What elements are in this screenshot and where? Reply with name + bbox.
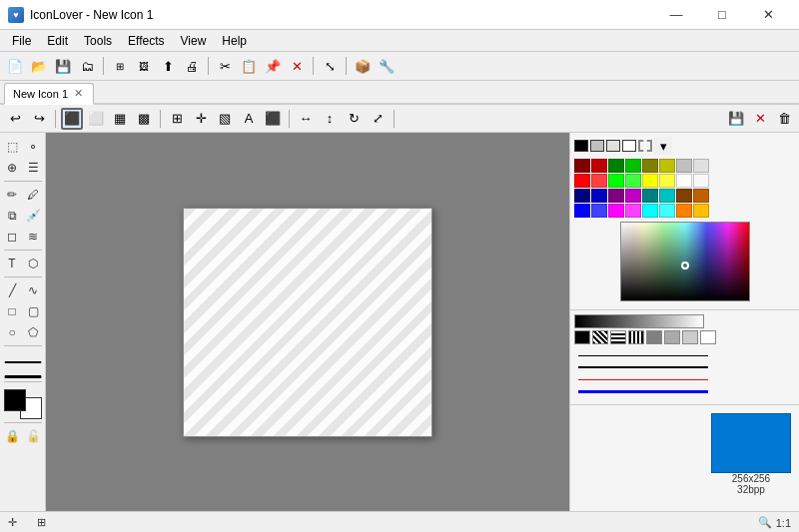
swatch-orange-dark[interactable] — [693, 189, 709, 203]
tool-rect-draw[interactable]: □ — [2, 301, 22, 321]
pat-white[interactable] — [700, 330, 716, 344]
line-style-3[interactable] — [578, 374, 791, 384]
tab-close-button[interactable]: ✕ — [74, 87, 83, 100]
tool-size2[interactable] — [4, 364, 42, 378]
flip-v-button[interactable]: ↕ — [319, 108, 341, 130]
save-button[interactable]: 💾 — [52, 55, 74, 77]
palette-white-swatch[interactable] — [622, 140, 636, 152]
tool-eraser[interactable]: ◻ — [2, 227, 22, 247]
swatch-blue-light[interactable] — [591, 204, 607, 218]
swatch-red-light[interactable] — [591, 174, 607, 188]
tool-text[interactable]: T — [2, 254, 22, 273]
test-button[interactable]: 🔧 — [376, 55, 398, 77]
new-button[interactable]: 📄 — [4, 55, 26, 77]
swatch-purple[interactable] — [608, 189, 624, 203]
transform-button[interactable]: ⬛ — [262, 108, 284, 130]
delete-button[interactable]: ✕ — [286, 55, 308, 77]
extract-button[interactable]: 📦 — [352, 55, 374, 77]
alpha-button[interactable]: A — [238, 108, 260, 130]
tool-polygon[interactable]: ⬠ — [23, 322, 43, 342]
foreground-color-box[interactable] — [4, 389, 26, 411]
import-button[interactable]: ⬆ — [157, 55, 179, 77]
draw-transparent-button[interactable]: ⬜ — [85, 108, 107, 130]
undo-button[interactable]: ↩ — [4, 108, 26, 130]
pat-vertical[interactable] — [628, 330, 644, 344]
export-button[interactable]: 🖨 — [181, 55, 203, 77]
swatch-cyan-dark[interactable] — [659, 189, 675, 203]
canvas[interactable] — [183, 208, 432, 437]
pat-diagonal[interactable] — [592, 330, 608, 344]
swatch-green-mid[interactable] — [625, 159, 641, 173]
swatch-green-dark[interactable] — [608, 159, 624, 173]
tool-zoom-in[interactable]: ⊕ — [2, 158, 22, 178]
redo-button[interactable]: ↪ — [28, 108, 50, 130]
swatch-lime-light[interactable] — [625, 174, 641, 188]
tool-curve[interactable]: ∿ — [23, 280, 43, 300]
rotate-button[interactable]: ↻ — [343, 108, 365, 130]
palette-transparent-swatch[interactable] — [638, 140, 652, 152]
menu-edit[interactable]: Edit — [39, 32, 76, 50]
menu-help[interactable]: Help — [214, 32, 255, 50]
gradient-picker[interactable] — [620, 222, 750, 301]
swatch-blue[interactable] — [574, 204, 590, 218]
swatch-navy[interactable] — [574, 189, 590, 203]
palette-black-swatch[interactable] — [574, 140, 588, 152]
palette-gray-swatch[interactable] — [590, 140, 604, 152]
pat-lighter-gray[interactable] — [682, 330, 698, 344]
draw-smooth-button[interactable]: ▦ — [109, 108, 131, 130]
open-button[interactable]: 📂 — [28, 55, 50, 77]
swatch-offwhite[interactable] — [693, 174, 709, 188]
pat-solid-black[interactable] — [574, 330, 590, 344]
menu-effects[interactable]: Effects — [120, 32, 172, 50]
pat-gray[interactable] — [646, 330, 662, 344]
tool-line[interactable]: ╱ — [2, 280, 22, 300]
ruler-button[interactable]: ▧ — [214, 108, 236, 130]
swatch-olive[interactable] — [642, 159, 658, 173]
palette-light-swatch[interactable] — [606, 140, 620, 152]
swatch-magenta-light[interactable] — [625, 204, 641, 218]
swatch-yellow-light[interactable] — [659, 174, 675, 188]
menu-view[interactable]: View — [173, 32, 215, 50]
tool-roundrect[interactable]: ▢ — [23, 301, 43, 321]
swatch-brown[interactable] — [676, 189, 692, 203]
tool-pencil[interactable]: ✏ — [2, 185, 22, 205]
minimize-button[interactable]: — — [653, 0, 699, 30]
copy-button[interactable]: 📋 — [238, 55, 260, 77]
save-all-button[interactable]: 🗂 — [76, 55, 98, 77]
palette-menu-button[interactable]: ▾ — [654, 137, 672, 155]
tool-size1[interactable] — [4, 349, 42, 363]
tool-fill[interactable]: ⧉ — [2, 206, 22, 226]
maximize-button[interactable]: □ — [699, 0, 745, 30]
tool-airbrush[interactable]: ≋ — [23, 227, 43, 247]
resize-button[interactable]: ⤡ — [319, 55, 341, 77]
move-button[interactable]: ⤢ — [367, 108, 389, 130]
line-style-4[interactable] — [578, 386, 791, 396]
crosshair-button[interactable]: ✛ — [190, 108, 212, 130]
tab-new-icon-1[interactable]: New Icon 1 ✕ — [4, 83, 94, 105]
tool-select-free[interactable]: ⚬ — [23, 137, 43, 157]
draw-normal-button[interactable]: ⬛ — [61, 108, 83, 130]
icon-new-button[interactable]: ⊞ — [109, 55, 131, 77]
swatch-magenta[interactable] — [608, 204, 624, 218]
dtoolbar-clear-button[interactable]: 🗑 — [773, 108, 795, 130]
cut-button[interactable]: ✂ — [214, 55, 236, 77]
flip-h-button[interactable]: ↔ — [295, 108, 317, 130]
pat-horizontal[interactable] — [610, 330, 626, 344]
tool-select-rect[interactable]: ⬚ — [2, 137, 22, 157]
icon-open-button[interactable]: 🖼 — [133, 55, 155, 77]
swatch-yellow[interactable] — [642, 174, 658, 188]
swatch-darkred[interactable] — [574, 159, 590, 173]
tool-stamp[interactable]: ⬡ — [23, 254, 43, 273]
dtoolbar-delete-button[interactable]: ✕ — [749, 108, 771, 130]
tool-lock-bg[interactable]: 🔓 — [23, 426, 43, 446]
swatch-red-dark[interactable] — [591, 159, 607, 173]
swatch-light[interactable] — [693, 159, 709, 173]
menu-tools[interactable]: Tools — [76, 32, 120, 50]
swatch-silver[interactable] — [676, 159, 692, 173]
tool-eyedropper[interactable]: 💉 — [23, 206, 43, 226]
line-style-1[interactable] — [578, 350, 791, 360]
swatch-lime[interactable] — [608, 174, 624, 188]
swatch-magenta-dark[interactable] — [625, 189, 641, 203]
swatch-yellow-dark[interactable] — [659, 159, 675, 173]
swatch-red[interactable] — [574, 174, 590, 188]
